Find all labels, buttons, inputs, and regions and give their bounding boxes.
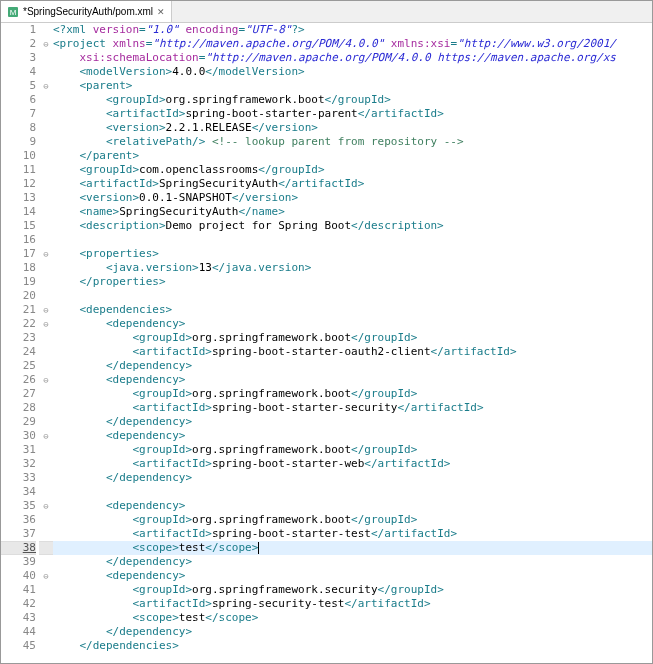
code-line[interactable]: <version>0.0.1-SNAPSHOT</version> — [53, 191, 652, 205]
fold-toggle-icon[interactable]: ⊖ — [39, 247, 53, 261]
code-line[interactable]: </properties> — [53, 275, 652, 289]
code-line[interactable]: <artifactId>spring-boot-starter-parent</… — [53, 107, 652, 121]
fold-empty — [39, 359, 53, 373]
line-number: 7 — [1, 107, 36, 121]
fold-empty — [39, 583, 53, 597]
line-number: 32 — [1, 457, 36, 471]
code-line[interactable]: <groupId>org.springframework.security</g… — [53, 583, 652, 597]
code-line[interactable]: <artifactId>spring-boot-starter-security… — [53, 401, 652, 415]
line-number: 33 — [1, 471, 36, 485]
code-line[interactable]: <java.version>13</java.version> — [53, 261, 652, 275]
code-line[interactable]: xsi:schemaLocation="http://maven.apache.… — [53, 51, 652, 65]
line-number: 16 — [1, 233, 36, 247]
fold-empty — [39, 527, 53, 541]
code-line[interactable]: <name>SpringSecurityAuth</name> — [53, 205, 652, 219]
close-icon[interactable]: ✕ — [157, 7, 165, 17]
fold-empty — [39, 443, 53, 457]
fold-empty — [39, 415, 53, 429]
code-line[interactable]: <modelVersion>4.0.0</modelVersion> — [53, 65, 652, 79]
line-number: 36 — [1, 513, 36, 527]
fold-toggle-icon[interactable]: ⊖ — [39, 79, 53, 93]
code-line[interactable]: </dependency> — [53, 555, 652, 569]
line-number: 35 — [1, 499, 36, 513]
fold-empty — [39, 639, 53, 653]
code-line[interactable]: </dependency> — [53, 415, 652, 429]
code-line[interactable]: <dependency> — [53, 499, 652, 513]
line-number: 45 — [1, 639, 36, 653]
line-number: 39 — [1, 555, 36, 569]
line-number: 27 — [1, 387, 36, 401]
svg-text:M: M — [10, 8, 17, 17]
code-line[interactable] — [53, 289, 652, 303]
line-number: 21 — [1, 303, 36, 317]
code-line[interactable]: <dependency> — [53, 317, 652, 331]
code-line[interactable]: <groupId>org.springframework.boot</group… — [53, 443, 652, 457]
fold-empty — [39, 135, 53, 149]
fold-empty — [39, 597, 53, 611]
code-line[interactable]: </parent> — [53, 149, 652, 163]
editor[interactable]: 1234567891011121314151617181920212223242… — [1, 23, 652, 663]
fold-empty — [39, 471, 53, 485]
fold-gutter[interactable]: ⊖⊖⊖⊖⊖⊖⊖⊖⊖ — [39, 23, 53, 663]
editor-tab[interactable]: M *SpringSecurityAuth/pom.xml ✕ — [1, 1, 172, 22]
line-number: 3 — [1, 51, 36, 65]
fold-empty — [39, 541, 53, 555]
fold-toggle-icon[interactable]: ⊖ — [39, 373, 53, 387]
code-line[interactable]: <version>2.2.1.RELEASE</version> — [53, 121, 652, 135]
code-line[interactable]: <artifactId>spring-boot-starter-web</art… — [53, 457, 652, 471]
fold-empty — [39, 625, 53, 639]
fold-toggle-icon[interactable]: ⊖ — [39, 303, 53, 317]
code-line[interactable]: <dependency> — [53, 373, 652, 387]
code-line[interactable]: <artifactId>spring-boot-starter-test</ar… — [53, 527, 652, 541]
fold-empty — [39, 121, 53, 135]
fold-toggle-icon[interactable]: ⊖ — [39, 429, 53, 443]
code-line[interactable]: <artifactId>SpringSecurityAuth</artifact… — [53, 177, 652, 191]
fold-empty — [39, 233, 53, 247]
code-line[interactable]: <description>Demo project for Spring Boo… — [53, 219, 652, 233]
code-line[interactable]: <groupId>org.springframework.boot</group… — [53, 331, 652, 345]
code-line[interactable]: </dependency> — [53, 625, 652, 639]
code-line[interactable]: <groupId>org.springframework.boot</group… — [53, 387, 652, 401]
line-number: 4 — [1, 65, 36, 79]
code-line[interactable]: <project xmlns="http://maven.apache.org/… — [53, 37, 652, 51]
code-line[interactable] — [53, 485, 652, 499]
code-area[interactable]: <?xml version="1.0" encoding="UTF-8"?><p… — [53, 23, 652, 663]
line-number: 18 — [1, 261, 36, 275]
code-line[interactable]: </dependency> — [53, 471, 652, 485]
fold-toggle-icon[interactable]: ⊖ — [39, 37, 53, 51]
fold-empty — [39, 219, 53, 233]
code-line[interactable]: <artifactId>spring-boot-starter-oauth2-c… — [53, 345, 652, 359]
fold-empty — [39, 401, 53, 415]
code-line[interactable]: <artifactId>spring-security-test</artifa… — [53, 597, 652, 611]
fold-empty — [39, 485, 53, 499]
file-icon: M — [7, 6, 19, 18]
code-line[interactable]: <relativePath/> <!-- lookup parent from … — [53, 135, 652, 149]
text-cursor — [258, 542, 259, 554]
fold-toggle-icon[interactable]: ⊖ — [39, 317, 53, 331]
code-line[interactable] — [53, 233, 652, 247]
line-number: 11 — [1, 163, 36, 177]
line-number: 40 — [1, 569, 36, 583]
code-line[interactable]: <?xml version="1.0" encoding="UTF-8"?> — [53, 23, 652, 37]
code-line[interactable]: <groupId>com.openclassrooms</groupId> — [53, 163, 652, 177]
line-number: 12 — [1, 177, 36, 191]
code-line[interactable]: <dependencies> — [53, 303, 652, 317]
fold-toggle-icon[interactable]: ⊖ — [39, 569, 53, 583]
code-line[interactable]: <dependency> — [53, 569, 652, 583]
line-number: 2 — [1, 37, 36, 51]
code-line[interactable]: <scope>test</scope> — [53, 611, 652, 625]
code-line[interactable]: </dependency> — [53, 359, 652, 373]
line-number: 43 — [1, 611, 36, 625]
fold-toggle-icon[interactable]: ⊖ — [39, 499, 53, 513]
line-number: 19 — [1, 275, 36, 289]
code-line[interactable]: <groupId>org.springframework.boot</group… — [53, 513, 652, 527]
code-line[interactable]: <parent> — [53, 79, 652, 93]
fold-empty — [39, 513, 53, 527]
code-line[interactable]: <groupId>org.springframework.boot</group… — [53, 93, 652, 107]
code-line[interactable]: </dependencies> — [53, 639, 652, 653]
fold-empty — [39, 331, 53, 345]
code-line[interactable]: <dependency> — [53, 429, 652, 443]
code-line[interactable]: <properties> — [53, 247, 652, 261]
code-line[interactable]: <scope>test</scope> — [53, 541, 652, 555]
line-number: 22 — [1, 317, 36, 331]
